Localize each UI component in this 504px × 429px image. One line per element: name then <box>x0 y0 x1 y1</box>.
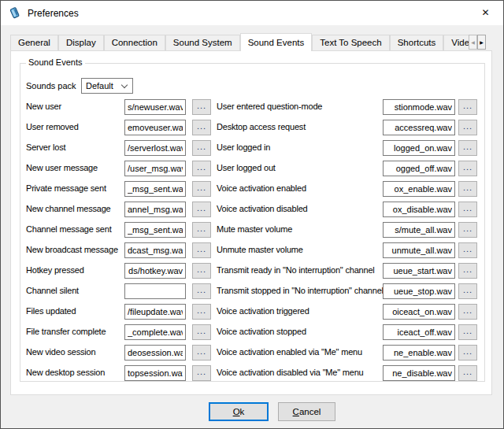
ok-button[interactable]: Ok <box>209 402 269 421</box>
browse-button-right[interactable]: ... <box>458 99 477 115</box>
browse-button-left[interactable]: ... <box>192 181 211 197</box>
event-sound-input-left[interactable] <box>124 140 186 156</box>
browse-button-left[interactable]: ... <box>192 304 211 320</box>
event-sound-input-right[interactable] <box>383 140 455 156</box>
sound-event-row: New user message ... User logged out ... <box>20 161 484 181</box>
event-sound-input-right[interactable] <box>383 161 455 176</box>
event-sound-input-left[interactable] <box>124 324 186 340</box>
browse-button-right[interactable]: ... <box>458 181 477 197</box>
event-sound-input-right[interactable] <box>383 345 455 361</box>
browse-button-right[interactable]: ... <box>458 202 477 217</box>
event-sound-input-right[interactable] <box>383 99 455 115</box>
event-sound-input-right[interactable] <box>383 304 455 320</box>
event-label-left: New user message <box>26 163 98 172</box>
event-sound-input-left[interactable] <box>124 181 186 197</box>
sounds-pack-value: Default <box>86 81 113 91</box>
browse-button-right[interactable]: ... <box>458 283 477 299</box>
browse-button-right[interactable]: ... <box>458 161 477 176</box>
titlebar: Preferences ✕ <box>1 1 503 25</box>
browse-button-right[interactable]: ... <box>458 242 477 258</box>
sounds-pack-select[interactable]: Default <box>81 78 133 94</box>
browse-button-right[interactable]: ... <box>458 140 477 156</box>
event-sound-input-right[interactable] <box>383 202 455 217</box>
browse-button-left[interactable]: ... <box>192 365 211 381</box>
event-label-right: Voice activation enabled <box>217 183 306 193</box>
sound-events-page: Sound Events Sounds pack Default New use… <box>10 50 492 395</box>
event-sound-input-right[interactable] <box>383 181 455 197</box>
event-sound-input-right[interactable] <box>383 365 455 381</box>
event-sound-input-left[interactable] <box>124 345 186 361</box>
browse-button-right[interactable]: ... <box>458 120 477 135</box>
tab-text-to-speech[interactable]: Text To Speech <box>312 35 389 50</box>
event-label-right: Voice activation enabled via "Me" menu <box>217 347 362 357</box>
tab-connection[interactable]: Connection <box>104 35 165 50</box>
tab-display[interactable]: Display <box>58 35 104 50</box>
browse-button-left[interactable]: ... <box>192 283 211 299</box>
browse-button-left[interactable]: ... <box>192 324 211 340</box>
tab-sound-events[interactable]: Sound Events <box>240 33 313 51</box>
browse-button-left[interactable]: ... <box>192 263 211 279</box>
event-label-right: Transmit ready in "No interruption" chan… <box>217 265 375 275</box>
tab-bar: GeneralDisplayConnectionSound SystemSoun… <box>10 33 469 51</box>
browse-button-right[interactable]: ... <box>458 365 477 381</box>
event-label-left: Channel silent <box>26 286 79 295</box>
tab-shortcuts[interactable]: Shortcuts <box>390 35 444 50</box>
browse-button-left[interactable]: ... <box>192 242 211 258</box>
browse-button-right[interactable]: ... <box>458 304 477 320</box>
event-sound-input-right[interactable] <box>383 283 455 299</box>
browse-button-right[interactable]: ... <box>458 345 477 361</box>
tab-scroll-right-icon[interactable]: ▶ <box>477 35 486 50</box>
browse-button-left[interactable]: ... <box>192 222 211 238</box>
window-title: Preferences <box>28 8 79 19</box>
browse-button-left[interactable]: ... <box>192 202 211 217</box>
event-sound-input-left[interactable] <box>124 161 186 176</box>
event-label-left: Files updated <box>26 306 76 316</box>
close-icon[interactable]: ✕ <box>468 1 503 24</box>
event-sound-input-left[interactable] <box>124 242 186 258</box>
browse-button-left[interactable]: ... <box>192 140 211 156</box>
browse-button-right[interactable]: ... <box>458 222 477 238</box>
event-sound-input-right[interactable] <box>383 263 455 279</box>
event-sound-input-left[interactable] <box>124 99 186 115</box>
event-label-left: File transfer complete <box>26 327 106 336</box>
chevron-down-icon <box>121 82 128 88</box>
sound-event-row: New video session ... Voice activation e… <box>20 345 484 365</box>
event-sound-input-right[interactable] <box>383 324 455 340</box>
sound-event-row: Channel silent ... Transmit stopped in "… <box>20 283 484 304</box>
browse-button-left[interactable]: ... <box>192 120 211 135</box>
tab-video[interactable]: Video <box>443 35 469 50</box>
tab-scroll-left-icon[interactable]: ◀ <box>469 35 477 50</box>
browse-button-left[interactable]: ... <box>192 99 211 115</box>
browse-button-left[interactable]: ... <box>192 345 211 361</box>
sound-event-row: Hotkey pressed ... Transmit ready in "No… <box>20 263 484 283</box>
browse-button-right[interactable]: ... <box>458 263 477 279</box>
sound-events-rows: New user ... User entered question-mode … <box>20 99 484 386</box>
browse-button-left[interactable]: ... <box>192 161 211 176</box>
event-sound-input-right[interactable] <box>383 120 455 135</box>
preferences-dialog: Preferences ✕ GeneralDisplayConnectionSo… <box>0 0 504 429</box>
event-label-right: User logged in <box>217 142 270 152</box>
browse-button-right[interactable]: ... <box>458 324 477 340</box>
event-sound-input-left[interactable] <box>124 222 186 238</box>
event-sound-input-left[interactable] <box>124 263 186 279</box>
event-sound-input-left[interactable] <box>124 304 186 320</box>
event-label-left: Private message sent <box>26 183 106 193</box>
event-sound-input-left[interactable] <box>124 120 186 135</box>
event-sound-input-right[interactable] <box>383 222 455 238</box>
event-label-right: Voice activation disabled <box>217 204 307 213</box>
sound-event-row: User removed ... Desktop access request … <box>20 120 484 140</box>
event-sound-input-left[interactable] <box>124 365 186 381</box>
event-sound-input-left[interactable] <box>124 202 186 217</box>
app-icon <box>8 6 21 20</box>
event-sound-input-right[interactable] <box>383 242 455 258</box>
cancel-button[interactable]: Cancel <box>278 402 335 421</box>
sound-event-row: New broadcast message ... Unmute master … <box>20 242 484 263</box>
sound-events-groupbox: Sound Events Sounds pack Default New use… <box>20 63 485 382</box>
tab-sound-system[interactable]: Sound System <box>165 35 240 50</box>
sound-event-row: Server lost ... User logged in ... <box>20 140 484 161</box>
event-label-right: Desktop access request <box>217 122 306 131</box>
sound-event-row: New user ... User entered question-mode … <box>20 99 484 120</box>
event-sound-input-left[interactable] <box>124 283 186 299</box>
event-label-right: Voice activation disabled via "Me" menu <box>217 368 364 377</box>
tab-general[interactable]: General <box>10 35 58 50</box>
